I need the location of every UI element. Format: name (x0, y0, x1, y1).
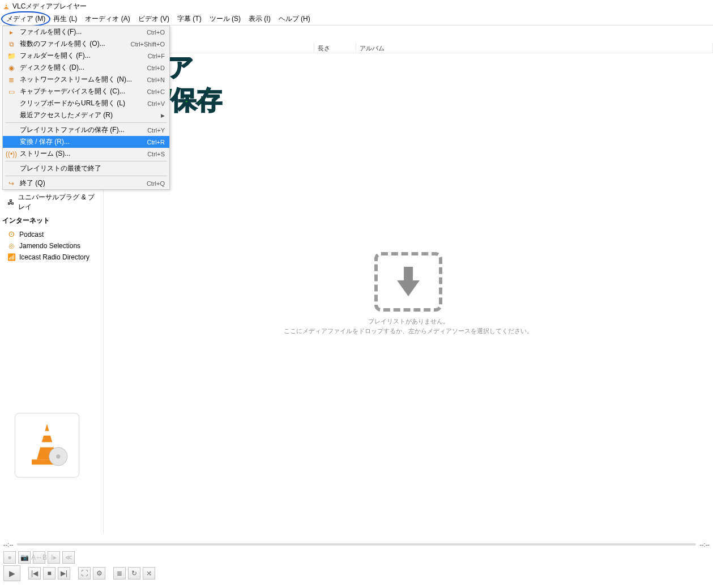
menu-view[interactable]: 表示 (I) (245, 12, 275, 25)
loop-button[interactable]: ↻ (128, 567, 140, 580)
window-titlebar: VLCメディアプレイヤー (0, 0, 713, 12)
menu-video-label: ビデオ (V) (138, 15, 169, 23)
menu-quit[interactable]: ↪ 終了 (Q) Ctrl+Q (3, 177, 169, 189)
svg-rect-6 (40, 442, 53, 448)
settings-button[interactable]: ⚙ (93, 567, 105, 580)
menu-save-playlist[interactable]: プレイリストファイルの保存 (F)... Ctrl+Y (3, 124, 169, 136)
menu-recent-label: 最近アクセスしたメディア (R) (16, 110, 156, 120)
menu-quit-end-label: プレイリストの最後で終了 (16, 164, 165, 173)
menu-subtitle-label: 字幕 (T) (177, 15, 202, 23)
menu-open-folder-label: フォルダーを開く (F)... (16, 51, 148, 61)
menu-open-capture[interactable]: ▭ キャプチャーデバイスを開く (C)... Ctrl+C (3, 86, 169, 97)
time-elapsed: --:-- (3, 541, 14, 548)
sidebar-podcast-label: Podcast (19, 231, 44, 238)
menu-stream-label: ストリーム (S)... (16, 149, 147, 159)
menu-open-clipboard-shortcut: Ctrl+V (147, 100, 165, 107)
menu-quit-shortcut: Ctrl+Q (147, 180, 165, 187)
fullscreen-button[interactable]: ⛶ (78, 567, 91, 580)
rewind-button[interactable]: ≪ (62, 551, 75, 564)
menu-save-playlist-label: プレイリストファイルの保存 (F)... (16, 125, 147, 135)
col-length[interactable]: 長さ (314, 43, 356, 53)
stream-icon: ((•)) (6, 150, 16, 158)
menu-tools[interactable]: ツール (S) (206, 12, 245, 25)
media-menu-dropdown: ▸ ファイルを開く(F)... Ctrl+O ⧉ 複数のファイルを開く (O).… (2, 25, 170, 190)
previous-button[interactable]: |◀ (28, 567, 41, 580)
sidebar-podcast[interactable]: ⵙ Podcast (3, 229, 100, 240)
sidebar-upnp[interactable]: 🖧 ユニバーサルプラグ & プレイ (3, 191, 100, 214)
svg-rect-1 (6, 5, 7, 5)
toolbar-row-1: ● 📷 A↔B I▸ ≪ (3, 551, 710, 564)
play-button[interactable]: ▶ (3, 565, 20, 581)
playlist-button[interactable]: ≣ (113, 567, 126, 580)
menu-playback[interactable]: 再生 (L) (49, 12, 81, 25)
sidebar-icecast-label: Icecast Radio Directory (19, 253, 89, 261)
quit-icon: ↪ (6, 180, 16, 188)
empty-playlist-hint: プレイリストがありません。 ここにメディアファイルをドロップするか、左からメディ… (284, 252, 533, 335)
atob-button[interactable]: A↔B (33, 551, 45, 564)
toolbar-row-2: ▶ |◀ ■ ▶| ⛶ ⚙ ≣ ↻ ⤨ (3, 566, 710, 580)
sidebar-jamendo-label: Jamendo Selections (19, 242, 80, 250)
next-button[interactable]: ▶| (58, 567, 70, 580)
submenu-arrow-icon: ▶ (156, 113, 165, 118)
shuffle-button[interactable]: ⤨ (143, 567, 155, 580)
menu-audio-label: オーディオ (A) (85, 15, 130, 23)
menu-audio[interactable]: オーディオ (A) (81, 12, 134, 25)
svg-rect-3 (4, 8, 8, 10)
menu-open-file-label: ファイルを開く(F)... (16, 27, 147, 37)
bottom-toolbars: ● 📷 A↔B I▸ ≪ ▶ |◀ ■ ▶| ⛶ ⚙ ≣ ↻ ⤨ (0, 548, 713, 588)
menu-open-network-shortcut: Ctrl+N (147, 76, 165, 83)
menu-stream-shortcut: Ctrl+S (147, 151, 165, 157)
menu-open-folder[interactable]: 📁 フォルダーを開く (F)... Ctrl+F (3, 50, 169, 62)
menu-open-network-label: ネットワークストリームを開く (N)... (16, 75, 147, 84)
menu-open-capture-label: キャプチャーデバイスを開く (C)... (16, 87, 147, 96)
menu-tools-label: ツール (S) (210, 15, 241, 23)
menu-open-disc[interactable]: ◉ ディスクを開く (D)... Ctrl+D (3, 62, 169, 74)
playlist-columns: 長さ アルバム (104, 43, 713, 53)
menu-media[interactable]: メディア (M) (2, 12, 49, 25)
frame-step-button[interactable]: I▸ (48, 551, 60, 564)
menu-quit-end[interactable]: プレイリストの最後で終了 (3, 163, 169, 174)
snapshot-button[interactable]: 📷 (18, 551, 31, 564)
seek-bar: --:-- --:-- (0, 540, 713, 548)
menu-open-network[interactable]: ≣ ネットワークストリームを開く (N)... Ctrl+N (3, 74, 169, 86)
upnp-icon: 🖧 (7, 198, 15, 206)
menu-subtitle[interactable]: 字幕 (T) (173, 12, 206, 25)
sidebar-upnp-label: ユニバーサルプラグ & プレイ (18, 193, 100, 212)
menu-open-multi-shortcut: Ctrl+Shift+O (130, 41, 165, 48)
menu-open-file-shortcut: Ctrl+O (147, 29, 165, 36)
empty-line2: ここにメディアファイルをドロップするか、左からメディアソースを選択してください。 (284, 327, 533, 335)
vlc-cone-icon (22, 420, 72, 471)
file-icon: ▸ (6, 28, 16, 36)
menu-quit-label: 終了 (Q) (16, 178, 147, 188)
podcast-icon: ⵙ (7, 231, 16, 238)
svg-point-9 (56, 454, 60, 458)
menu-video[interactable]: ビデオ (V) (134, 12, 173, 25)
menu-open-multi-label: 複数のファイルを開く (O)... (16, 39, 130, 49)
svg-marker-0 (5, 3, 7, 8)
menu-stream[interactable]: ((•)) ストリーム (S)... Ctrl+S (3, 148, 169, 160)
col-album[interactable]: アルバム (356, 43, 713, 53)
arrow-down-icon (394, 265, 423, 299)
menu-convert-save-shortcut: Ctrl+R (147, 139, 165, 146)
menu-convert-save[interactable]: 変換 / 保存 (R)... Ctrl+R (3, 136, 169, 148)
svg-rect-5 (43, 431, 51, 436)
menu-open-multi[interactable]: ⧉ 複数のファイルを開く (O)... Ctrl+Shift+O (3, 38, 169, 50)
menu-recent[interactable]: 最近アクセスしたメディア (R) ▶ (3, 109, 169, 121)
sidebar-icecast[interactable]: 📶 Icecast Radio Directory (3, 252, 100, 263)
stop-button[interactable]: ■ (43, 567, 55, 580)
seek-track[interactable] (17, 543, 697, 546)
menu-help[interactable]: ヘルプ (H) (275, 12, 314, 25)
menu-open-clipboard[interactable]: クリップボードからURLを開く (L) Ctrl+V (3, 97, 169, 109)
sidebar-jamendo[interactable]: ◎ Jamendo Selections (3, 240, 100, 252)
menu-help-label: ヘルプ (H) (279, 15, 310, 23)
menu-separator (5, 161, 167, 161)
record-button[interactable]: ● (3, 551, 16, 564)
menu-open-clipboard-label: クリップボードからURLを開く (L) (16, 99, 147, 108)
multifile-icon: ⧉ (6, 40, 16, 48)
window-title: VLCメディアプレイヤー (12, 2, 87, 11)
folder-icon: 📁 (6, 52, 16, 60)
menu-open-file[interactable]: ▸ ファイルを開く(F)... Ctrl+O (3, 26, 169, 38)
menu-open-folder-shortcut: Ctrl+F (148, 53, 165, 59)
menu-view-label: 表示 (I) (249, 15, 271, 23)
menu-open-disc-label: ディスクを開く (D)... (16, 63, 147, 73)
